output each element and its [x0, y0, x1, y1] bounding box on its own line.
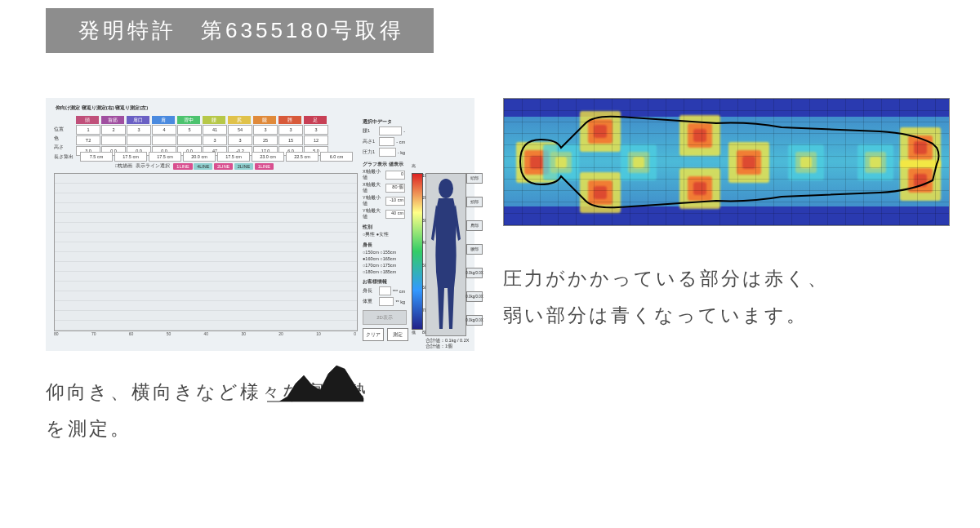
btn-2d[interactable]: 2D表示	[363, 310, 407, 325]
clear-button[interactable]: クリア	[363, 328, 384, 341]
patent-banner-text: 発明特許 第6355180号取得	[78, 16, 404, 45]
region-button[interactable]: 肩部	[466, 220, 483, 231]
profile-curve	[267, 357, 365, 402]
right-column: 圧力がかかっている部分は赤く、 弱い部分は青くなっています。	[503, 98, 948, 334]
gauge-low: 低	[412, 330, 416, 335]
side-panel: 選択中データ腰1-高さ1- cm圧力1- kgグラフ表示 値表示X軸最小値0X軸…	[363, 116, 405, 306]
measure-button[interactable]: 測定	[387, 328, 408, 341]
length-row: 長さ算出7.5 cm17.5 cm17.5 cm20.0 cm17.5 cm23…	[54, 152, 353, 162]
measurement-software-screenshot: 仰向け測定 寝返り測定(右) 寝返り測定(左) 位置色高さ頭1T23.0首筋20…	[46, 98, 474, 351]
right-caption-line2: 弱い部分は青くなっています。	[503, 304, 808, 326]
line-select-label: 表示ライン選択	[136, 163, 170, 169]
left-column: 仰向け測定 寝返り測定(右) 寝返り測定(左) 位置色高さ頭1T23.0首筋20…	[46, 98, 474, 447]
region-button[interactable]: 頸部	[466, 197, 483, 207]
region-button[interactable]: 0.0kg/0.0X	[466, 291, 483, 302]
region-button[interactable]: 腰部	[466, 244, 483, 255]
body-silhouette	[425, 173, 466, 336]
right-caption: 圧力がかかっている部分は赤く、 弱い部分は青くなっています。	[503, 260, 948, 334]
toolbar-line-btn[interactable]: 2LINE	[214, 163, 233, 170]
pillow-checkbox[interactable]: □枕描画	[115, 163, 132, 169]
region-button[interactable]: 頭部	[466, 173, 483, 184]
profile-chart	[54, 173, 358, 331]
right-caption-line1: 圧力がかかっている部分は赤く、	[503, 268, 829, 289]
left-caption-line2: を測定。	[46, 418, 131, 439]
heatmap-body-outline	[504, 99, 949, 225]
software-title: 仰向け測定 寝返り測定(右) 寝返り測定(左)	[56, 104, 148, 112]
pressure-gauge	[412, 173, 423, 330]
svg-point-0	[439, 179, 453, 198]
patent-banner: 発明特許 第6355180号取得	[46, 8, 434, 53]
segment-table: 位置色高さ頭1T23.0首筋20.0肩口30.0肩40.0背中50.0腰4134…	[54, 116, 328, 156]
summary-footer: 合計値：0.1kg / 0.2X合計値：1個	[425, 338, 469, 349]
x-axis-ticks: 80706050403020100	[54, 331, 356, 336]
silhouette-buttons: 頭部頸部肩部腰部0.0kg/0.0X0.0kg/0.0X0.0kg/0.0X	[466, 173, 483, 326]
gauge-high: 高	[412, 163, 416, 168]
toolbar: □枕描画 表示ライン選択 1LINE 4LINE 2LINE 2LINE 1LI…	[115, 163, 274, 169]
toolbar-line-btn[interactable]: 4LINE	[194, 163, 212, 170]
action-buttons: クリア 測定	[363, 328, 408, 341]
toolbar-line-btn[interactable]: 1LINE	[255, 163, 274, 170]
region-button[interactable]: 0.0kg/0.0X	[466, 268, 483, 278]
left-caption: 仰向き、横向きなど様々な寝姿勢 を測定。	[46, 374, 474, 447]
toolbar-line-btn[interactable]: 2LINE	[234, 163, 253, 170]
region-button[interactable]: 0.0kg/0.0X	[466, 315, 483, 326]
pressure-heatmap	[503, 98, 950, 226]
toolbar-line-btn[interactable]: 1LINE	[173, 163, 192, 170]
